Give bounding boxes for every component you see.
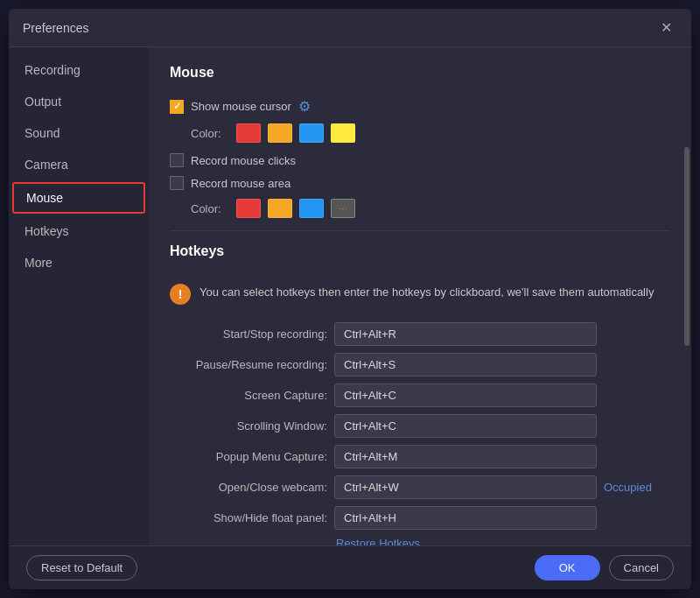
hotkey-row-screen-capture: Screen Capture:	[170, 383, 670, 407]
area-color-more[interactable]: ···	[331, 199, 355, 218]
hotkey-input-float-panel[interactable]	[334, 506, 597, 530]
area-color-red[interactable]	[236, 199, 261, 218]
hotkey-input-popup-menu[interactable]	[334, 445, 597, 468]
restore-hotkeys-link[interactable]: Restore Hotkeys	[336, 537, 670, 545]
sidebar-item-recording[interactable]: Recording	[9, 54, 149, 86]
hotkey-label-scrolling-window: Scrolling Window:	[170, 419, 327, 433]
action-buttons: OK Cancel	[535, 555, 674, 580]
title-bar: Preferences ✕	[9, 9, 691, 47]
color2-label: Color:	[191, 202, 226, 215]
cursor-color-blue[interactable]	[299, 123, 324, 143]
hotkey-row-scrolling-window: Scrolling Window:	[170, 414, 670, 438]
hotkey-label-start-stop: Start/Stop recording:	[170, 327, 327, 341]
cursor-color-red[interactable]	[236, 123, 261, 143]
cursor-color-orange[interactable]	[268, 123, 292, 143]
hotkey-label-pause-resume: Pause/Resume recording:	[170, 358, 327, 371]
hotkey-label-webcam: Open/Close webcam:	[170, 481, 327, 494]
close-button[interactable]: ✕	[655, 18, 677, 38]
reset-button[interactable]: Reset to Default	[26, 555, 137, 580]
hotkey-row-start-stop: Start/Stop recording:	[170, 322, 670, 346]
scrollbar[interactable]	[684, 147, 690, 347]
section-divider-1	[170, 230, 670, 231]
cursor-settings-icon[interactable]: ⚙	[298, 98, 311, 115]
show-cursor-label: Show mouse cursor	[191, 100, 291, 113]
sidebar-item-hotkeys[interactable]: Hotkeys	[9, 215, 149, 247]
area-color-orange[interactable]	[268, 199, 292, 218]
sidebar-item-camera[interactable]: Camera	[9, 149, 149, 180]
area-color-row: Color: ···	[191, 199, 670, 218]
hotkey-label-popup-menu: Popup Menu Capture:	[170, 450, 327, 463]
info-banner: ! You can select hotkeys then enter the …	[170, 277, 670, 312]
sidebar-item-mouse[interactable]: Mouse	[12, 182, 145, 214]
sidebar: Recording Output Sound Camera Mouse Hotk…	[9, 47, 149, 545]
mouse-section-title: Mouse	[170, 65, 670, 86]
hotkey-input-scrolling-window[interactable]	[334, 414, 597, 438]
ok-button[interactable]: OK	[535, 555, 600, 580]
sidebar-item-output[interactable]: Output	[9, 86, 149, 117]
content-area: Recording Output Sound Camera Mouse Hotk…	[9, 47, 691, 545]
record-clicks-row: Record mouse clicks	[170, 153, 670, 167]
show-cursor-checkbox[interactable]	[170, 100, 184, 114]
show-cursor-row: Show mouse cursor ⚙	[170, 98, 670, 115]
record-area-checkbox[interactable]	[170, 176, 184, 190]
hotkey-input-start-stop[interactable]	[334, 322, 597, 346]
hotkey-row-float-panel: Show/Hide float panel:	[170, 506, 670, 530]
record-area-row: Record mouse area	[170, 176, 670, 190]
main-content: Mouse Show mouse cursor ⚙ Color:	[149, 47, 691, 545]
hotkey-input-pause-resume[interactable]	[334, 353, 597, 376]
info-icon: !	[170, 284, 191, 305]
sidebar-item-sound[interactable]: Sound	[9, 117, 149, 149]
dialog-title: Preferences	[23, 21, 88, 35]
cursor-color-yellow[interactable]	[331, 123, 355, 143]
hotkey-row-webcam: Open/Close webcam: Occupied	[170, 475, 670, 499]
sidebar-item-more[interactable]: More	[9, 247, 149, 278]
cursor-color-row: Color:	[191, 123, 670, 143]
occupied-label: Occupied	[604, 481, 656, 494]
area-color-blue[interactable]	[299, 199, 324, 218]
hotkey-input-screen-capture[interactable]	[334, 383, 597, 407]
preferences-dialog: Preferences ✕ Recording Output Sound Cam…	[9, 9, 691, 589]
record-area-label: Record mouse area	[191, 177, 290, 190]
record-clicks-checkbox[interactable]	[170, 153, 184, 167]
main-wrapper: Mouse Show mouse cursor ⚙ Color:	[149, 47, 691, 545]
hotkey-label-screen-capture: Screen Capture:	[170, 389, 327, 402]
hotkey-row-pause-resume: Pause/Resume recording:	[170, 353, 670, 376]
hotkey-label-float-panel: Show/Hide float panel:	[170, 511, 327, 524]
hotkeys-section-title: Hotkeys	[170, 243, 670, 264]
cancel-button[interactable]: Cancel	[609, 555, 674, 580]
color1-label: Color:	[191, 127, 226, 140]
info-text: You can select hotkeys then enter the ho…	[200, 284, 654, 301]
record-clicks-label: Record mouse clicks	[191, 154, 296, 167]
hotkey-row-popup-menu: Popup Menu Capture:	[170, 445, 670, 468]
bottom-bar: Reset to Default OK Cancel	[9, 545, 691, 589]
hotkey-input-webcam[interactable]	[334, 475, 597, 499]
